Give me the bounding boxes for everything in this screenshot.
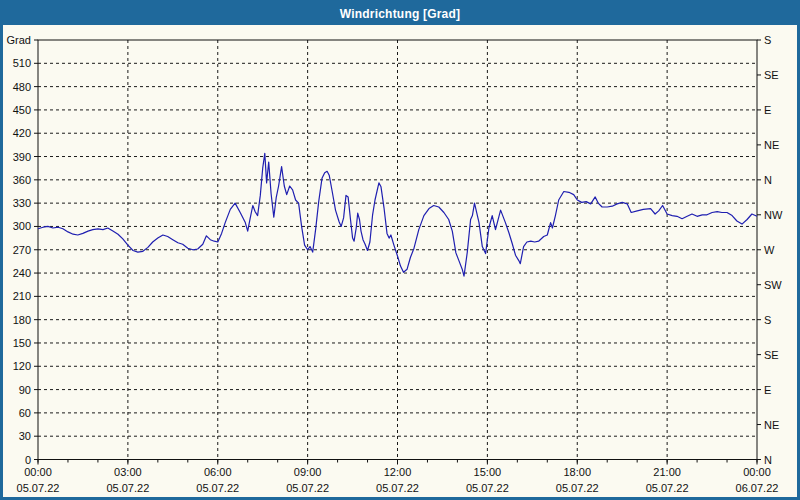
wind-direction-chart: 0306090120150180210240270300330360390420…	[3, 25, 797, 497]
window-title: Windrichtung [Grad]	[340, 7, 460, 21]
x-date-label: 05.07.22	[466, 482, 509, 494]
y-right-tick-label: SW	[764, 279, 782, 291]
x-date-label: 06.07.22	[736, 482, 779, 494]
x-date-label: 05.07.22	[286, 482, 329, 494]
y-left-tick-label: 150	[13, 337, 31, 349]
y-left-tick-label: 240	[13, 267, 31, 279]
x-time-label: 06:00	[204, 466, 232, 478]
y-left-tick-label: 0	[25, 454, 31, 466]
y-right-tick-label: NE	[764, 139, 779, 151]
y-left-tick-label: 480	[13, 81, 31, 93]
y-left-tick-label: 510	[13, 57, 31, 69]
x-date-label: 05.07.22	[17, 482, 60, 494]
y-left-tick-label: 450	[13, 104, 31, 116]
x-date-label: 05.07.22	[556, 482, 599, 494]
y-left-tick-label: 390	[13, 151, 31, 163]
y-left-tick-label: 210	[13, 290, 31, 302]
y-right-tick-label: W	[764, 244, 775, 256]
x-date-label: 05.07.22	[646, 482, 689, 494]
x-time-label: 12:00	[384, 466, 412, 478]
y-left-tick-label: 270	[13, 244, 31, 256]
y-left-tick-label: 180	[13, 314, 31, 326]
x-time-label: 09:00	[294, 466, 322, 478]
y-right-tick-label: SE	[764, 69, 779, 81]
y-left-tick-label: 120	[13, 360, 31, 372]
y-left-tick-label: 300	[13, 220, 31, 232]
y-right-tick-label: N	[764, 454, 772, 466]
y-right-tick-label: N	[764, 174, 772, 186]
y-right-tick-label: S	[764, 34, 771, 46]
app-window: Windrichtung [Grad] 03060901201501802102…	[0, 0, 800, 500]
x-date-label: 05.07.22	[106, 482, 149, 494]
y-right-tick-label: NW	[764, 209, 783, 221]
y-left-tick-label: 330	[13, 197, 31, 209]
y-right-tick-label: SE	[764, 349, 779, 361]
y-left-tick-label: 420	[13, 127, 31, 139]
x-time-label: 18:00	[563, 466, 591, 478]
y-left-tick-label: 60	[19, 407, 31, 419]
x-time-label: 21:00	[653, 466, 681, 478]
x-time-label: 15:00	[474, 466, 502, 478]
y-right-tick-label: NE	[764, 419, 779, 431]
y-left-tick-label: 30	[19, 430, 31, 442]
x-time-label: 00:00	[24, 466, 52, 478]
x-date-label: 05.07.22	[196, 482, 239, 494]
y-left-tick-label: 90	[19, 384, 31, 396]
y-left-tick-label: 360	[13, 174, 31, 186]
title-bar: Windrichtung [Grad]	[3, 3, 797, 25]
y-left-axis-label: Grad	[7, 34, 31, 46]
x-date-label: 05.07.22	[376, 482, 419, 494]
y-right-tick-label: E	[764, 104, 771, 116]
x-time-label: 00:00	[743, 466, 771, 478]
y-right-tick-label: S	[764, 314, 771, 326]
x-time-label: 03:00	[114, 466, 142, 478]
chart-area: 0306090120150180210240270300330360390420…	[3, 25, 797, 497]
y-right-tick-label: E	[764, 384, 771, 396]
